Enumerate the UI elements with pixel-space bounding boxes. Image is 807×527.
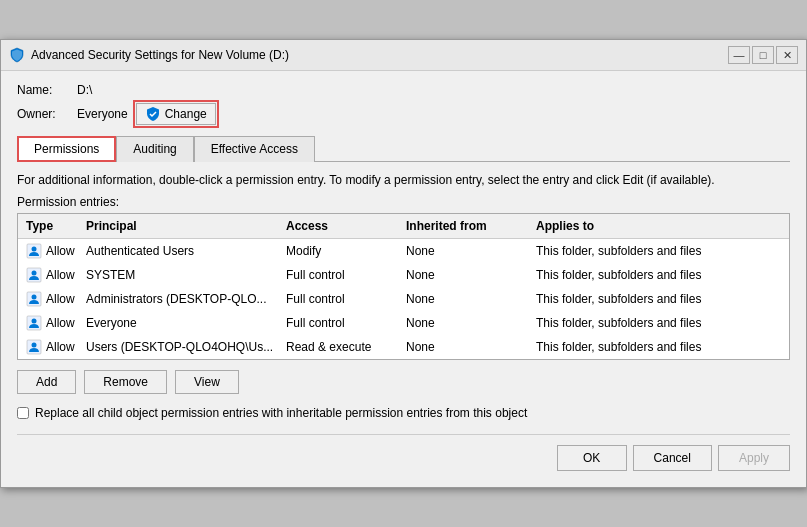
change-shield-icon — [145, 106, 161, 122]
svg-point-7 — [32, 318, 37, 323]
col-access: Access — [282, 217, 402, 235]
perm-type: Allow — [22, 289, 82, 309]
main-window: Advanced Security Settings for New Volum… — [0, 39, 807, 488]
col-principal: Principal — [82, 217, 282, 235]
name-row: Name: D:\ — [17, 83, 790, 97]
title-bar-left: Advanced Security Settings for New Volum… — [9, 47, 289, 63]
user-icon — [26, 291, 42, 307]
section-label: Permission entries: — [17, 195, 790, 209]
minimize-button[interactable]: — — [728, 46, 750, 64]
add-button[interactable]: Add — [17, 370, 76, 394]
svg-point-1 — [32, 246, 37, 251]
table-row[interactable]: AllowSYSTEMFull controlNoneThis folder, … — [18, 263, 789, 287]
perm-type: Allow — [22, 241, 82, 261]
tab-permissions[interactable]: Permissions — [17, 136, 116, 162]
perm-inherited-from: None — [402, 314, 532, 332]
perm-type: Allow — [22, 313, 82, 333]
perm-principal: Authenticated Users — [82, 242, 282, 260]
change-button[interactable]: Change — [136, 103, 216, 125]
owner-row: Owner: Everyone Change — [17, 103, 790, 125]
tab-effective-access[interactable]: Effective Access — [194, 136, 315, 162]
perm-applies-to: This folder, subfolders and files — [532, 242, 742, 260]
col-inherited-from: Inherited from — [402, 217, 532, 235]
apply-button[interactable]: Apply — [718, 445, 790, 471]
permissions-table: Type Principal Access Inherited from App… — [17, 213, 790, 360]
perm-applies-to: This folder, subfolders and files — [532, 338, 742, 356]
owner-value: Everyone — [77, 107, 128, 121]
perm-inherited-from: None — [402, 266, 532, 284]
checkbox-row: Replace all child object permission entr… — [17, 406, 790, 420]
user-icon — [26, 315, 42, 331]
perm-principal: Users (DESKTOP-QLO4OHQ\Us... — [82, 338, 282, 356]
perm-access: Full control — [282, 314, 402, 332]
perm-access: Read & execute — [282, 338, 402, 356]
table-row[interactable]: AllowAuthenticated UsersModifyNoneThis f… — [18, 239, 789, 263]
table-row[interactable]: AllowEveryoneFull controlNoneThis folder… — [18, 311, 789, 335]
window-title: Advanced Security Settings for New Volum… — [31, 48, 289, 62]
cancel-button[interactable]: Cancel — [633, 445, 712, 471]
content-area: Name: D:\ Owner: Everyone Change Permiss… — [1, 71, 806, 487]
svg-point-3 — [32, 270, 37, 275]
tabs-container: Permissions Auditing Effective Access — [17, 135, 790, 162]
perm-access: Modify — [282, 242, 402, 260]
title-bar: Advanced Security Settings for New Volum… — [1, 40, 806, 71]
svg-point-9 — [32, 342, 37, 347]
title-controls: — □ ✕ — [728, 46, 798, 64]
perm-access: Full control — [282, 290, 402, 308]
perm-principal: Administrators (DESKTOP-QLO... — [82, 290, 282, 308]
window-icon — [9, 47, 25, 63]
perm-type: Allow — [22, 265, 82, 285]
user-icon — [26, 267, 42, 283]
replace-permissions-checkbox[interactable] — [17, 407, 29, 419]
maximize-button[interactable]: □ — [752, 46, 774, 64]
name-value: D:\ — [77, 83, 92, 97]
col-applies-to: Applies to — [532, 217, 742, 235]
svg-point-5 — [32, 294, 37, 299]
perm-inherited-from: None — [402, 290, 532, 308]
table-row[interactable]: AllowAdministrators (DESKTOP-QLO...Full … — [18, 287, 789, 311]
perm-applies-to: This folder, subfolders and files — [532, 266, 742, 284]
col-type: Type — [22, 217, 82, 235]
info-text: For additional information, double-click… — [17, 172, 790, 189]
perm-inherited-from: None — [402, 242, 532, 260]
table-row[interactable]: AllowUsers (DESKTOP-QLO4OHQ\Us...Read & … — [18, 335, 789, 359]
perm-applies-to: This folder, subfolders and files — [532, 314, 742, 332]
perm-principal: SYSTEM — [82, 266, 282, 284]
table-header: Type Principal Access Inherited from App… — [18, 214, 789, 239]
perm-principal: Everyone — [82, 314, 282, 332]
user-icon — [26, 243, 42, 259]
remove-button[interactable]: Remove — [84, 370, 167, 394]
name-label: Name: — [17, 83, 77, 97]
view-button[interactable]: View — [175, 370, 239, 394]
perm-applies-to: This folder, subfolders and files — [532, 290, 742, 308]
perm-access: Full control — [282, 266, 402, 284]
perm-type: Allow — [22, 337, 82, 357]
owner-label: Owner: — [17, 107, 77, 121]
table-body: AllowAuthenticated UsersModifyNoneThis f… — [18, 239, 789, 359]
change-btn-label: Change — [165, 107, 207, 121]
footer-buttons: OK Cancel Apply — [17, 434, 790, 471]
user-icon — [26, 339, 42, 355]
ok-button[interactable]: OK — [557, 445, 627, 471]
tab-auditing[interactable]: Auditing — [116, 136, 193, 162]
close-button[interactable]: ✕ — [776, 46, 798, 64]
checkbox-label: Replace all child object permission entr… — [35, 406, 527, 420]
perm-inherited-from: None — [402, 338, 532, 356]
bottom-actions: Add Remove View — [17, 370, 790, 394]
